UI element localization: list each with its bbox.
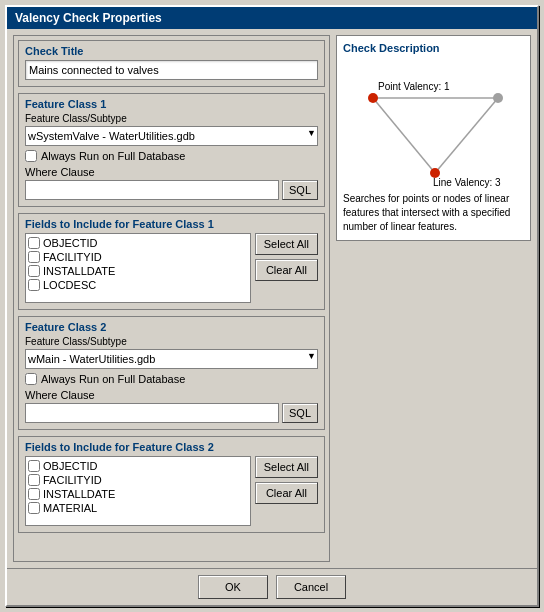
scrollable-content[interactable]: Check Title Feature Class 1 Feature Clas… bbox=[13, 35, 330, 562]
field-1-locdesc-check[interactable] bbox=[28, 279, 40, 291]
select-all-2-button[interactable]: Select All bbox=[255, 456, 318, 478]
feature-class-2-group: Feature Class 2 Feature Class/Subtype wM… bbox=[18, 316, 325, 430]
clear-all-2-button[interactable]: Clear All bbox=[255, 482, 318, 504]
field-1-facilityid: FACILITYID bbox=[43, 251, 102, 263]
fields-1-label: Fields to Include for Feature Class 1 bbox=[25, 218, 318, 230]
where-clause-1-row: SQL bbox=[25, 180, 318, 200]
field-1-installdate-check[interactable] bbox=[28, 265, 40, 277]
where-clause-2-label: Where Clause bbox=[25, 389, 318, 401]
feature-class-2-sublabel: Feature Class/Subtype bbox=[25, 336, 318, 347]
svg-line-1 bbox=[373, 98, 435, 173]
svg-text:Line Valency: 3: Line Valency: 3 bbox=[433, 177, 501, 188]
fields-1-buttons: Select All Clear All bbox=[255, 233, 318, 303]
field-2-objectid-check[interactable] bbox=[28, 460, 40, 472]
field-2-facilityid-check[interactable] bbox=[28, 474, 40, 486]
field-2-material: MATERIAL bbox=[43, 502, 97, 514]
check-title-label: Check Title bbox=[25, 45, 318, 57]
point-node bbox=[368, 93, 378, 103]
svg-text:Point Valency: 1: Point Valency: 1 bbox=[378, 81, 450, 92]
valency-diagram: Point Valency: 1 Line Valency: 3 bbox=[343, 58, 518, 188]
sql-1-button[interactable]: SQL bbox=[282, 180, 318, 200]
fields-2-buttons: Select All Clear All bbox=[255, 456, 318, 526]
feature-class-1-group: Feature Class 1 Feature Class/Subtype wS… bbox=[18, 93, 325, 207]
svg-line-2 bbox=[435, 98, 498, 173]
diagram-svg: Point Valency: 1 Line Valency: 3 bbox=[343, 58, 518, 188]
field-2-material-check[interactable] bbox=[28, 502, 40, 514]
dialog-title-bar: Valency Check Properties bbox=[7, 7, 537, 29]
cancel-button[interactable]: Cancel bbox=[276, 575, 346, 599]
field-2-installdate-check[interactable] bbox=[28, 488, 40, 500]
field-1-objectid: OBJECTID bbox=[43, 237, 97, 249]
list-item: OBJECTID bbox=[28, 236, 248, 250]
check-title-input[interactable] bbox=[25, 60, 318, 80]
top-right-node bbox=[493, 93, 503, 103]
where-clause-2-row: SQL bbox=[25, 403, 318, 423]
where-clause-1-label: Where Clause bbox=[25, 166, 318, 178]
check-title-group: Check Title bbox=[18, 40, 325, 87]
list-item: INSTALLDATE bbox=[28, 264, 248, 278]
ok-button[interactable]: OK bbox=[198, 575, 268, 599]
fields-1-list[interactable]: OBJECTID FACILITYID INSTALLDATE bbox=[25, 233, 251, 303]
list-item: INSTALLDATE bbox=[28, 487, 248, 501]
field-1-locdesc: LOCDESC bbox=[43, 279, 96, 291]
feature-class-1-sublabel: Feature Class/Subtype bbox=[25, 113, 318, 124]
list-item: OBJECTID bbox=[28, 459, 248, 473]
valency-check-dialog: Valency Check Properties Check Title Fea… bbox=[5, 5, 539, 607]
fields-2-row: OBJECTID FACILITYID INSTALLDATE bbox=[25, 456, 318, 526]
feature-class-1-select[interactable]: wSystemValve - WaterUtilities.gdb bbox=[25, 126, 318, 146]
field-1-installdate: INSTALLDATE bbox=[43, 265, 115, 277]
feature-class-2-select-wrapper: wMain - WaterUtilities.gdb bbox=[25, 349, 318, 369]
check-description-box: Check Description Point Valency: 1 bbox=[336, 35, 531, 241]
where-clause-2-input[interactable] bbox=[25, 403, 279, 423]
list-item: LOCDESC bbox=[28, 278, 248, 292]
always-run-2-checkbox[interactable] bbox=[25, 373, 37, 385]
always-run-2-row: Always Run on Full Database bbox=[25, 373, 318, 385]
feature-class-1-label: Feature Class 1 bbox=[25, 98, 318, 110]
field-2-facilityid: FACILITYID bbox=[43, 474, 102, 486]
clear-all-1-button[interactable]: Clear All bbox=[255, 259, 318, 281]
left-panel: Check Title Feature Class 1 Feature Clas… bbox=[13, 35, 330, 562]
fields-2-section: Fields to Include for Feature Class 2 OB… bbox=[18, 436, 325, 533]
list-item: MATERIAL bbox=[28, 501, 248, 515]
field-1-facilityid-check[interactable] bbox=[28, 251, 40, 263]
dialog-body: Check Title Feature Class 1 Feature Clas… bbox=[7, 29, 537, 568]
feature-class-2-select[interactable]: wMain - WaterUtilities.gdb bbox=[25, 349, 318, 369]
description-text: Searches for points or nodes of linear f… bbox=[343, 192, 524, 234]
select-all-1-button[interactable]: Select All bbox=[255, 233, 318, 255]
fields-2-list[interactable]: OBJECTID FACILITYID INSTALLDATE bbox=[25, 456, 251, 526]
fields-1-section: Fields to Include for Feature Class 1 OB… bbox=[18, 213, 325, 310]
feature-class-2-label: Feature Class 2 bbox=[25, 321, 318, 333]
dialog-footer: OK Cancel bbox=[7, 568, 537, 605]
always-run-2-label: Always Run on Full Database bbox=[41, 373, 185, 385]
sql-2-button[interactable]: SQL bbox=[282, 403, 318, 423]
feature-class-1-select-wrapper: wSystemValve - WaterUtilities.gdb bbox=[25, 126, 318, 146]
where-clause-1-input[interactable] bbox=[25, 180, 279, 200]
field-1-objectid-check[interactable] bbox=[28, 237, 40, 249]
field-2-objectid: OBJECTID bbox=[43, 460, 97, 472]
right-panel: Check Description Point Valency: 1 bbox=[336, 35, 531, 562]
dialog-title: Valency Check Properties bbox=[15, 11, 162, 25]
field-2-installdate: INSTALLDATE bbox=[43, 488, 115, 500]
fields-2-label: Fields to Include for Feature Class 2 bbox=[25, 441, 318, 453]
always-run-1-row: Always Run on Full Database bbox=[25, 150, 318, 162]
always-run-1-label: Always Run on Full Database bbox=[41, 150, 185, 162]
always-run-1-checkbox[interactable] bbox=[25, 150, 37, 162]
list-item: FACILITYID bbox=[28, 473, 248, 487]
list-item: FACILITYID bbox=[28, 250, 248, 264]
fields-1-row: OBJECTID FACILITYID INSTALLDATE bbox=[25, 233, 318, 303]
check-description-title: Check Description bbox=[343, 42, 524, 54]
